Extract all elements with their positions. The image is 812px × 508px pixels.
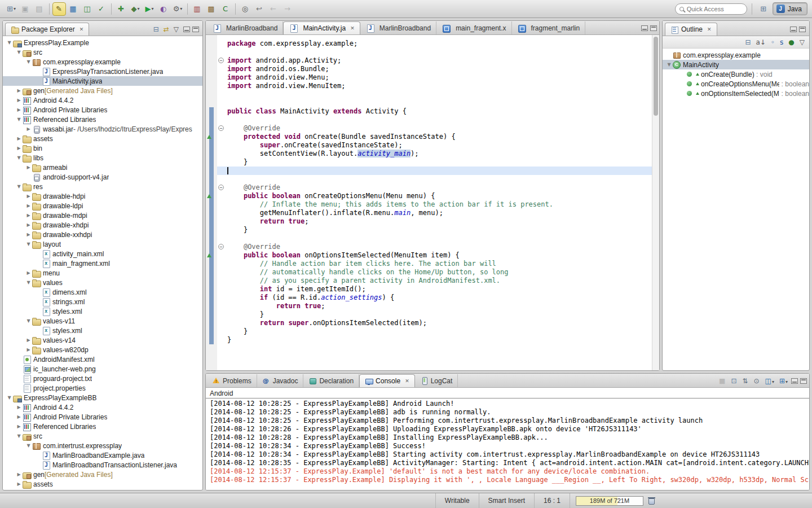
tree-item[interactable]: assets xyxy=(3,479,202,489)
code-line[interactable]: if (id == R.id.action_settings) { xyxy=(206,294,652,302)
tree-item[interactable]: drawable-hdpi xyxy=(3,191,202,201)
code-line[interactable] xyxy=(206,48,652,56)
collapse-all-icon[interactable]: ⊟ xyxy=(153,26,159,33)
minimize-icon[interactable] xyxy=(183,27,190,32)
code-line[interactable]: import android.app.Activity; xyxy=(206,56,652,65)
tree-item[interactable]: AndroidManifest.xml xyxy=(3,354,202,364)
code-line[interactable] xyxy=(206,175,652,183)
fold-toggle-icon[interactable] xyxy=(218,125,224,131)
disclosure-arrow-icon[interactable] xyxy=(25,232,32,237)
disclosure-arrow-icon[interactable] xyxy=(25,165,32,170)
disclosure-arrow-icon[interactable] xyxy=(25,280,32,285)
minimize-icon[interactable] xyxy=(791,378,798,384)
minimize-icon[interactable] xyxy=(641,25,648,31)
tree-item[interactable]: values-w820dp xyxy=(3,345,202,354)
close-icon[interactable]: ✕ xyxy=(405,378,409,384)
debug-icon[interactable]: ◆ ▾ xyxy=(129,2,142,16)
separator[interactable] xyxy=(111,3,112,15)
outline-item[interactable]: onOptionsItemSelected(MenuItem) : boolea… xyxy=(663,89,809,98)
tree-item[interactable]: android-support-v4.jar xyxy=(3,172,202,182)
separator[interactable] xyxy=(187,3,188,15)
hide-fields-icon[interactable]: ◦ xyxy=(771,39,775,46)
view-menu-icon[interactable]: ▽ xyxy=(174,26,179,33)
disclosure-arrow-icon[interactable] xyxy=(25,59,32,64)
avd-manager-icon[interactable]: ◫ xyxy=(81,2,94,16)
disclosure-arrow-icon[interactable] xyxy=(16,184,22,189)
console-view-tab[interactable]: Declaration ✕ xyxy=(303,374,359,387)
fold-toggle-icon[interactable] xyxy=(218,244,224,249)
tree-item[interactable]: drawable-mdpi xyxy=(3,211,202,220)
tree-item[interactable]: com.expressplay.example xyxy=(3,57,202,67)
code-line[interactable]: setContentView(R.layout.activity_main); xyxy=(206,150,652,158)
tree-item[interactable]: dimens.xml xyxy=(3,287,202,297)
print-icon[interactable]: ▤ xyxy=(33,2,46,16)
tree-item[interactable]: com.intertrust.expressplay xyxy=(3,441,202,450)
code-line[interactable]: // as you specify a parent activity in A… xyxy=(206,277,652,285)
code-line[interactable]: import android.os.Bundle; xyxy=(206,65,652,73)
open-console-icon[interactable]: ⊞▾ xyxy=(779,378,788,384)
quick-access-input[interactable] xyxy=(687,6,743,12)
code-line[interactable]: protected void onCreate(Bundle savedInst… xyxy=(206,133,652,141)
new-android-app-icon[interactable]: ✚ xyxy=(114,2,128,16)
tree-item[interactable]: MarlinBroadbandTransactionListener.java xyxy=(3,460,202,470)
editor-scrollbar[interactable] xyxy=(652,35,659,370)
tree-item[interactable]: drawable-ldpi xyxy=(3,201,202,211)
sdk-manager-icon[interactable]: ▦ xyxy=(67,2,80,16)
code-line[interactable]: } xyxy=(206,158,652,167)
hide-static-icon[interactable]: s xyxy=(780,39,783,46)
maximize-icon[interactable] xyxy=(192,27,199,32)
tree-item[interactable]: armeabi xyxy=(3,163,202,172)
tree-item[interactable]: Android Private Libraries xyxy=(3,105,202,115)
code-line[interactable]: import android.view.Menu; xyxy=(206,73,652,82)
disclosure-arrow-icon[interactable] xyxy=(16,136,22,141)
code-line[interactable]: public class MainActivity extends Activi… xyxy=(206,107,652,116)
tree-item[interactable]: wasabi.jar - /Users/lhodzic/ItruExpressP… xyxy=(3,124,202,134)
tree-item[interactable]: drawable-xxhdpi xyxy=(3,230,202,239)
code-line[interactable]: @Override xyxy=(206,183,652,192)
disclosure-arrow-icon[interactable] xyxy=(16,433,22,439)
save-icon[interactable]: ▣ xyxy=(19,2,32,16)
disclosure-arrow-icon[interactable] xyxy=(16,88,22,93)
close-icon[interactable]: ✕ xyxy=(80,27,84,32)
sort-icon[interactable]: a↓ xyxy=(756,39,766,46)
disclosure-arrow-icon[interactable] xyxy=(25,443,32,448)
tree-item[interactable]: Android 4.4.2 xyxy=(3,402,202,412)
code-line[interactable] xyxy=(206,90,652,99)
new-package-icon[interactable]: ▩ xyxy=(205,2,218,16)
tree-item[interactable]: values xyxy=(3,278,202,287)
tree-item[interactable]: main_fragment.xml xyxy=(3,259,202,268)
tree-item[interactable]: assets xyxy=(3,134,202,143)
disclosure-arrow-icon[interactable] xyxy=(25,338,32,343)
tree-item[interactable]: proguard-project.txt xyxy=(3,374,202,383)
tree-item[interactable]: gen [Generated Java Files] xyxy=(3,470,202,479)
display-console-icon[interactable]: ◫▾ xyxy=(765,378,774,384)
disclosure-arrow-icon[interactable] xyxy=(666,62,672,67)
tree-item[interactable]: styles.xml xyxy=(3,306,202,316)
disclosure-arrow-icon[interactable] xyxy=(16,405,22,410)
back-icon[interactable]: ← xyxy=(267,2,280,16)
editor-tab[interactable]: main_fragment.x ✕ xyxy=(436,21,511,34)
tree-item[interactable]: drawable-xhdpi xyxy=(3,220,202,230)
tree-item[interactable]: strings.xml xyxy=(3,297,202,306)
garbage-collector-icon[interactable] xyxy=(648,497,655,505)
code-line[interactable]: @Override xyxy=(206,243,652,251)
java-perspective-button[interactable]: J Java xyxy=(773,2,807,15)
tree-item[interactable]: layout xyxy=(3,239,202,249)
code-line[interactable]: return super.onOptionsItemSelected(item)… xyxy=(206,319,652,327)
disclosure-arrow-icon[interactable] xyxy=(25,318,32,323)
disclosure-arrow-icon[interactable] xyxy=(16,414,22,419)
code-line[interactable] xyxy=(206,234,652,243)
package-explorer-tab[interactable]: Package Explorer ✕ xyxy=(5,23,89,36)
code-line[interactable]: import android.view.MenuItem; xyxy=(206,82,652,90)
code-line[interactable]: return true; xyxy=(206,302,652,310)
tree-item[interactable]: src xyxy=(3,431,202,441)
code-line[interactable]: super.onCreate(savedInstanceState); xyxy=(206,141,652,150)
tree-item[interactable]: values-v14 xyxy=(3,335,202,345)
outline-item[interactable]: onCreate(Bundle) : void xyxy=(663,69,809,79)
disclosure-arrow-icon[interactable] xyxy=(25,242,32,247)
disclosure-arrow-icon[interactable] xyxy=(16,146,22,151)
disclosure-arrow-icon[interactable] xyxy=(16,472,22,477)
separator[interactable] xyxy=(49,3,50,15)
console-view-tab[interactable]: Javadoc ✕ xyxy=(257,374,304,387)
search-icon[interactable]: ◎ xyxy=(239,2,252,16)
